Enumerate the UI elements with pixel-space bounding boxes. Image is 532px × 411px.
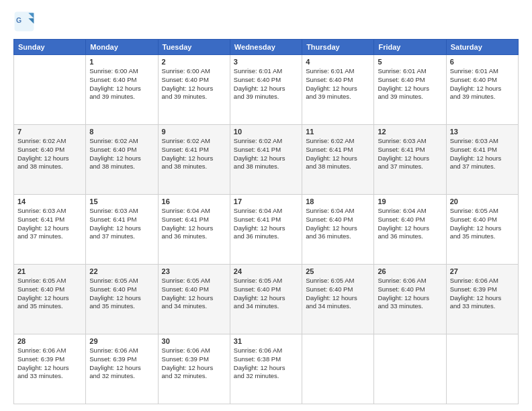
calendar-cell xyxy=(302,334,374,404)
calendar-cell: 11Sunrise: 6:02 AM Sunset: 6:41 PM Dayli… xyxy=(302,125,374,195)
cell-content: Sunrise: 6:01 AM Sunset: 6:40 PM Dayligh… xyxy=(378,67,442,101)
calendar-cell: 4Sunrise: 6:01 AM Sunset: 6:40 PM Daylig… xyxy=(302,55,374,125)
calendar-cell: 31Sunrise: 6:06 AM Sunset: 6:38 PM Dayli… xyxy=(230,334,302,404)
cell-content: Sunrise: 6:05 AM Sunset: 6:40 PM Dayligh… xyxy=(450,207,515,241)
day-number: 17 xyxy=(234,197,298,205)
cell-content: Sunrise: 6:06 AM Sunset: 6:38 PM Dayligh… xyxy=(234,347,298,381)
day-number: 28 xyxy=(17,337,82,345)
calendar-cell: 21Sunrise: 6:05 AM Sunset: 6:40 PM Dayli… xyxy=(14,265,86,334)
day-number: 18 xyxy=(306,197,370,205)
cell-content: Sunrise: 6:03 AM Sunset: 6:41 PM Dayligh… xyxy=(378,137,442,171)
calendar-week-3: 14Sunrise: 6:03 AM Sunset: 6:41 PM Dayli… xyxy=(14,195,519,265)
day-number: 6 xyxy=(450,58,515,66)
calendar-cell: 23Sunrise: 6:05 AM Sunset: 6:40 PM Dayli… xyxy=(158,265,230,334)
calendar-cell: 25Sunrise: 6:05 AM Sunset: 6:40 PM Dayli… xyxy=(302,265,374,334)
cell-content: Sunrise: 6:02 AM Sunset: 6:40 PM Dayligh… xyxy=(17,137,82,171)
day-number: 21 xyxy=(17,267,82,275)
cell-content: Sunrise: 6:00 AM Sunset: 6:40 PM Dayligh… xyxy=(89,67,154,101)
day-number: 13 xyxy=(450,128,515,136)
day-number: 22 xyxy=(89,267,154,275)
cell-content: Sunrise: 6:03 AM Sunset: 6:41 PM Dayligh… xyxy=(89,207,154,241)
cell-content: Sunrise: 6:02 AM Sunset: 6:40 PM Dayligh… xyxy=(89,137,154,171)
cell-content: Sunrise: 6:02 AM Sunset: 6:41 PM Dayligh… xyxy=(162,137,226,171)
calendar-cell: 16Sunrise: 6:04 AM Sunset: 6:41 PM Dayli… xyxy=(158,195,230,265)
calendar-cell: 30Sunrise: 6:06 AM Sunset: 6:39 PM Dayli… xyxy=(158,334,230,404)
cell-content: Sunrise: 6:05 AM Sunset: 6:40 PM Dayligh… xyxy=(89,277,154,311)
day-number: 5 xyxy=(378,58,442,66)
cell-content: Sunrise: 6:06 AM Sunset: 6:39 PM Dayligh… xyxy=(162,347,226,381)
weekday-header-sunday: Sunday xyxy=(14,40,86,55)
cell-content: Sunrise: 6:04 AM Sunset: 6:40 PM Dayligh… xyxy=(378,207,442,241)
cell-content: Sunrise: 6:02 AM Sunset: 6:41 PM Dayligh… xyxy=(306,137,370,171)
logo: G xyxy=(13,11,38,32)
calendar-cell: 6Sunrise: 6:01 AM Sunset: 6:40 PM Daylig… xyxy=(446,55,518,125)
day-number: 30 xyxy=(162,337,226,345)
cell-content: Sunrise: 6:02 AM Sunset: 6:41 PM Dayligh… xyxy=(234,137,298,171)
page: G SundayMondayTuesdayWednesdayThursdayFr… xyxy=(0,0,532,411)
day-number: 24 xyxy=(234,267,298,275)
calendar-table: SundayMondayTuesdayWednesdayThursdayFrid… xyxy=(13,39,519,404)
calendar-cell: 22Sunrise: 6:05 AM Sunset: 6:40 PM Dayli… xyxy=(86,265,158,334)
cell-content: Sunrise: 6:00 AM Sunset: 6:40 PM Dayligh… xyxy=(162,67,226,101)
day-number: 4 xyxy=(306,58,370,66)
cell-content: Sunrise: 6:06 AM Sunset: 6:39 PM Dayligh… xyxy=(17,347,82,381)
calendar-cell: 3Sunrise: 6:01 AM Sunset: 6:40 PM Daylig… xyxy=(230,55,302,125)
weekday-header-friday: Friday xyxy=(374,40,446,55)
day-number: 23 xyxy=(162,267,226,275)
cell-content: Sunrise: 6:05 AM Sunset: 6:40 PM Dayligh… xyxy=(17,277,82,311)
calendar-cell xyxy=(374,334,446,404)
calendar-cell xyxy=(14,55,86,125)
day-number: 11 xyxy=(306,128,370,136)
calendar-cell: 5Sunrise: 6:01 AM Sunset: 6:40 PM Daylig… xyxy=(374,55,446,125)
day-number: 1 xyxy=(89,58,154,66)
day-number: 16 xyxy=(162,197,226,205)
weekday-header-row: SundayMondayTuesdayWednesdayThursdayFrid… xyxy=(14,40,519,55)
cell-content: Sunrise: 6:03 AM Sunset: 6:41 PM Dayligh… xyxy=(17,207,82,241)
calendar-cell: 7Sunrise: 6:02 AM Sunset: 6:40 PM Daylig… xyxy=(14,125,86,195)
cell-content: Sunrise: 6:01 AM Sunset: 6:40 PM Dayligh… xyxy=(450,67,515,101)
calendar-cell: 8Sunrise: 6:02 AM Sunset: 6:40 PM Daylig… xyxy=(86,125,158,195)
weekday-header-thursday: Thursday xyxy=(302,40,374,55)
cell-content: Sunrise: 6:03 AM Sunset: 6:41 PM Dayligh… xyxy=(450,137,515,171)
day-number: 7 xyxy=(17,128,82,136)
calendar-week-5: 28Sunrise: 6:06 AM Sunset: 6:39 PM Dayli… xyxy=(14,334,519,404)
calendar-cell: 20Sunrise: 6:05 AM Sunset: 6:40 PM Dayli… xyxy=(446,195,518,265)
day-number: 2 xyxy=(162,58,226,66)
cell-content: Sunrise: 6:01 AM Sunset: 6:40 PM Dayligh… xyxy=(306,67,370,101)
cell-content: Sunrise: 6:06 AM Sunset: 6:40 PM Dayligh… xyxy=(378,277,442,311)
cell-content: Sunrise: 6:04 AM Sunset: 6:40 PM Dayligh… xyxy=(306,207,370,241)
calendar-cell: 24Sunrise: 6:05 AM Sunset: 6:40 PM Dayli… xyxy=(230,265,302,334)
day-number: 14 xyxy=(17,197,82,205)
calendar-cell: 26Sunrise: 6:06 AM Sunset: 6:40 PM Dayli… xyxy=(374,265,446,334)
calendar-cell: 15Sunrise: 6:03 AM Sunset: 6:41 PM Dayli… xyxy=(86,195,158,265)
calendar-week-1: 1Sunrise: 6:00 AM Sunset: 6:40 PM Daylig… xyxy=(14,55,519,125)
calendar-cell: 12Sunrise: 6:03 AM Sunset: 6:41 PM Dayli… xyxy=(374,125,446,195)
day-number: 19 xyxy=(378,197,442,205)
weekday-header-saturday: Saturday xyxy=(446,40,518,55)
day-number: 12 xyxy=(378,128,442,136)
day-number: 15 xyxy=(89,197,154,205)
header: G xyxy=(13,11,519,32)
calendar-week-4: 21Sunrise: 6:05 AM Sunset: 6:40 PM Dayli… xyxy=(14,265,519,334)
calendar-cell: 14Sunrise: 6:03 AM Sunset: 6:41 PM Dayli… xyxy=(14,195,86,265)
cell-content: Sunrise: 6:04 AM Sunset: 6:41 PM Dayligh… xyxy=(234,207,298,241)
day-number: 26 xyxy=(378,267,442,275)
calendar-cell: 10Sunrise: 6:02 AM Sunset: 6:41 PM Dayli… xyxy=(230,125,302,195)
weekday-header-monday: Monday xyxy=(86,40,158,55)
calendar-cell: 29Sunrise: 6:06 AM Sunset: 6:39 PM Dayli… xyxy=(86,334,158,404)
calendar-cell: 27Sunrise: 6:06 AM Sunset: 6:39 PM Dayli… xyxy=(446,265,518,334)
calendar-cell: 1Sunrise: 6:00 AM Sunset: 6:40 PM Daylig… xyxy=(86,55,158,125)
cell-content: Sunrise: 6:06 AM Sunset: 6:39 PM Dayligh… xyxy=(89,347,154,381)
day-number: 3 xyxy=(234,58,298,66)
cell-content: Sunrise: 6:01 AM Sunset: 6:40 PM Dayligh… xyxy=(234,67,298,101)
calendar-week-2: 7Sunrise: 6:02 AM Sunset: 6:40 PM Daylig… xyxy=(14,125,519,195)
calendar-cell: 17Sunrise: 6:04 AM Sunset: 6:41 PM Dayli… xyxy=(230,195,302,265)
cell-content: Sunrise: 6:05 AM Sunset: 6:40 PM Dayligh… xyxy=(162,277,226,311)
weekday-header-tuesday: Tuesday xyxy=(158,40,230,55)
svg-text:G: G xyxy=(16,17,21,24)
calendar-cell: 9Sunrise: 6:02 AM Sunset: 6:41 PM Daylig… xyxy=(158,125,230,195)
calendar-cell: 18Sunrise: 6:04 AM Sunset: 6:40 PM Dayli… xyxy=(302,195,374,265)
day-number: 29 xyxy=(89,337,154,345)
cell-content: Sunrise: 6:04 AM Sunset: 6:41 PM Dayligh… xyxy=(162,207,226,241)
calendar-cell: 13Sunrise: 6:03 AM Sunset: 6:41 PM Dayli… xyxy=(446,125,518,195)
